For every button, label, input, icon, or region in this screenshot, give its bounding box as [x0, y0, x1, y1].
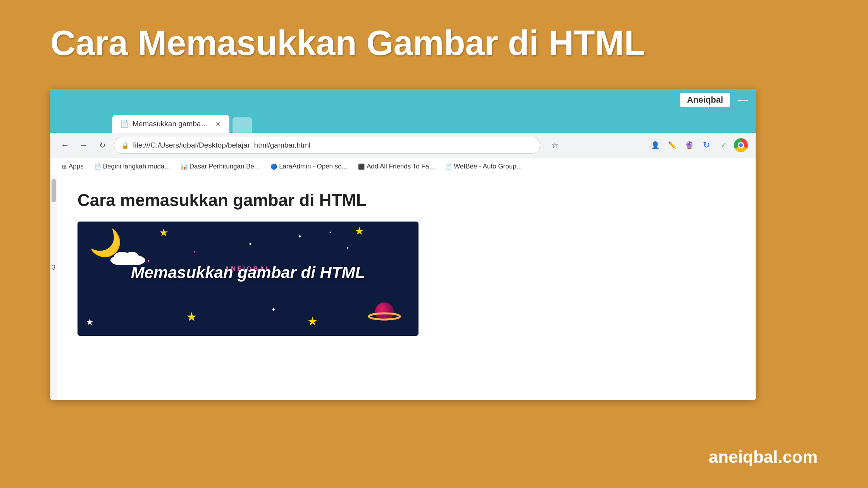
tab-bar: 📄 Memasukkan gambar di... ✕ [50, 110, 756, 133]
bookmark-4-icon: ⬛ [358, 163, 365, 170]
star-9: • [347, 245, 349, 251]
tab-label: Memasukkan gambar di... [133, 120, 210, 128]
new-tab-btn[interactable] [232, 117, 252, 133]
tab-close-btn[interactable]: ✕ [214, 120, 222, 128]
url-actions: ☆ [549, 139, 561, 151]
forward-button[interactable]: → [77, 138, 91, 152]
bookmark-5-icon: 📄 [445, 163, 452, 170]
url-text: file:///C:/Users/iqbal/Desktop/belajar_h… [133, 141, 310, 149]
watermark: aneiqbal.com [709, 447, 818, 467]
main-title: Cara Memasukkan Gambar di HTML [0, 0, 868, 79]
bookmark-1[interactable]: 📄 Begini langkah muda... [91, 161, 174, 172]
star-5: ✦ [298, 233, 302, 239]
star-2: ★ [355, 225, 364, 237]
bookmark-5-label: WefBee - Auto Group... [454, 163, 522, 170]
banner-title: Memasukkan gambar di HTML [131, 263, 365, 282]
bookmark-4-label: Add All Friends To Fa... [367, 163, 434, 170]
image-banner: ★ ★ ★ ★ ✦ ✦ ✦ • • ✦ • [78, 222, 418, 336]
scrollbar-thumb[interactable] [52, 179, 56, 202]
planet-icon [368, 297, 401, 330]
star-8: • [329, 229, 331, 235]
bookmark-3-label: LaraAdmin - Open so... [279, 163, 347, 170]
bookmark-4[interactable]: ⬛ Add All Friends To Fa... [354, 161, 438, 172]
active-tab[interactable]: 📄 Memasukkan gambar di... ✕ [112, 115, 229, 133]
star-6: ✦ [248, 241, 253, 247]
bookmark-1-label: Begini langkah muda... [103, 163, 170, 170]
lock-icon: 🔒 [121, 142, 129, 149]
bookmark-apps-label: Apps [69, 163, 84, 170]
browser-window: Aneiqbal — 📄 Memasukkan gambar di... ✕ ←… [50, 89, 756, 400]
bookmark-3[interactable]: 🔵 LaraAdmin - Open so... [267, 161, 351, 172]
refresh-button[interactable]: ↻ [95, 138, 109, 152]
back-button[interactable]: ← [58, 138, 72, 152]
check-icon[interactable]: ✓ [717, 139, 730, 152]
puzzle-icon[interactable]: 🔮 [683, 139, 696, 152]
star-1: ★ [159, 226, 169, 239]
bottom-left-star: ★ [86, 317, 94, 327]
page-background: Cara Memasukkan Gambar di HTML Aneiqbal … [0, 0, 868, 488]
pen-icon[interactable]: ✏️ [666, 139, 679, 152]
profile-icon[interactable]: 👤 [649, 139, 662, 152]
apps-icon: ⊞ [62, 163, 67, 170]
chrome-icon[interactable] [734, 138, 748, 152]
sync-icon[interactable]: ↻ [700, 139, 713, 152]
minimize-btn[interactable]: — [738, 94, 748, 106]
banner-text-container: Memasukkan gambar di HTML ANEIQBAL [131, 263, 365, 294]
content-area: Cara memasukkan gambar di HTML ★ ★ ★ ★ ✦… [78, 191, 736, 336]
user-badge[interactable]: Aneiqbal [680, 93, 730, 107]
star-3: ★ [186, 309, 197, 324]
bookmarks-bar: ⊞ Apps 📄 Begini langkah muda... 📊 Dasar … [50, 158, 756, 175]
star-4: ★ [307, 314, 318, 328]
page-number: 3 [50, 264, 57, 271]
bookmark-5[interactable]: 📄 WefBee - Auto Group... [441, 161, 525, 172]
bookmark-3-icon: 🔵 [270, 163, 277, 170]
left-scrollbar[interactable]: 3 [50, 175, 57, 400]
url-field[interactable]: 🔒 file:///C:/Users/iqbal/Desktop/belajar… [114, 137, 540, 154]
bookmark-1-icon: 📄 [95, 163, 101, 170]
browser-chrome-bar: Aneiqbal — [50, 89, 756, 110]
pink-dot-2: • [194, 249, 195, 255]
bookmark-2-icon: 📊 [181, 163, 188, 170]
page-heading: Cara memasukkan gambar di HTML [78, 191, 736, 210]
star-7: ✦ [271, 306, 276, 313]
url-bar: ← → ↻ 🔒 file:///C:/Users/iqbal/Desktop/b… [50, 133, 756, 158]
bookmark-star-icon[interactable]: ☆ [549, 139, 561, 151]
bookmark-2[interactable]: 📊 Dasar Perhitungan Be... [177, 161, 264, 172]
bookmark-2-label: Dasar Perhitungan Be... [189, 163, 260, 170]
extension-icons: 👤 ✏️ 🔮 ↻ ✓ [649, 138, 748, 152]
bookmark-apps[interactable]: ⊞ Apps [58, 161, 88, 172]
page-content: 3 Cara memasukkan gambar di HTML ★ ★ ★ ★ [50, 175, 756, 400]
tab-page-icon: 📄 [120, 120, 129, 128]
svg-point-2 [125, 252, 139, 263]
